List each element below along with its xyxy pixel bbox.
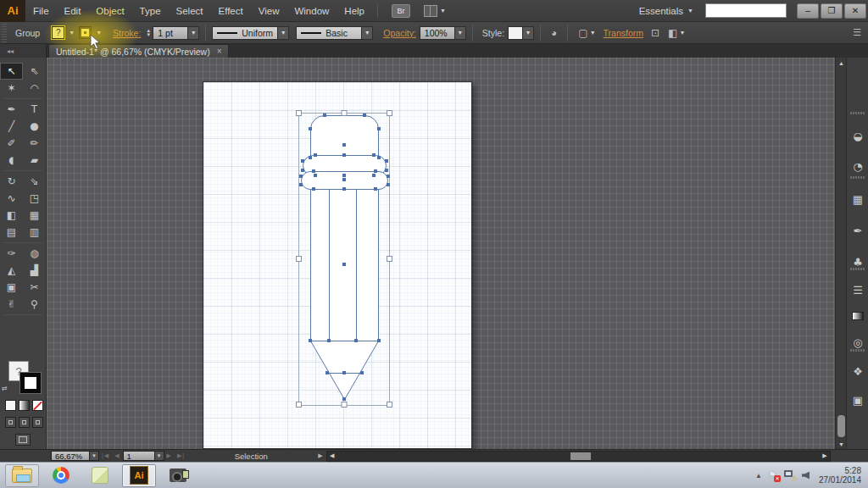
close-button[interactable]: ✕ xyxy=(844,3,866,19)
document-tab[interactable]: Untitled-1* @ 66,67% (CMYK/Preview) × xyxy=(48,44,229,58)
previous-artboard-icon[interactable]: ◀ xyxy=(114,452,120,459)
restore-button[interactable]: ❐ xyxy=(821,3,843,19)
blend-tool[interactable]: ◍ xyxy=(23,245,46,262)
rotate-tool[interactable]: ↻ xyxy=(0,173,23,190)
mesh-tool[interactable]: ▤ xyxy=(0,224,23,241)
pathfinder-icon[interactable]: ◧▼ xyxy=(668,27,685,39)
first-artboard-icon[interactable]: |◀ xyxy=(102,452,109,459)
type-tool[interactable]: T xyxy=(23,101,46,118)
menu-item-select[interactable]: Select xyxy=(169,0,211,22)
draw-normal-button[interactable] xyxy=(5,417,16,428)
blob-brush-tool[interactable]: ◖ xyxy=(0,152,23,169)
selection-tool[interactable]: ↖ xyxy=(0,63,23,80)
scroll-right-icon[interactable]: ▶ xyxy=(820,452,830,461)
menu-item-object[interactable]: Object xyxy=(88,0,131,22)
direct-selection-tool[interactable]: ⇖ xyxy=(23,63,46,80)
stroke-panel-icon[interactable]: ☰ xyxy=(847,280,868,300)
draw-behind-button[interactable] xyxy=(19,417,30,428)
swatches-panel-icon[interactable]: ▦ xyxy=(847,189,868,209)
opacity-dropdown[interactable]: ▼ xyxy=(455,26,466,40)
panel-gripper[interactable] xyxy=(2,24,7,42)
slice-tool[interactable]: ✂ xyxy=(23,279,46,296)
screen-mode-button[interactable] xyxy=(15,434,31,446)
style-swatch[interactable] xyxy=(508,26,523,40)
taskbar-app-chrome[interactable] xyxy=(44,464,78,487)
pencil-tool[interactable]: ✏ xyxy=(23,135,46,152)
scroll-left-icon[interactable]: ◀ xyxy=(327,452,337,461)
pen-tool[interactable]: ✒ xyxy=(0,101,23,118)
network-status-icon[interactable]: ⚠ xyxy=(784,470,796,480)
volume-icon[interactable] xyxy=(802,472,810,480)
gradient-button[interactable] xyxy=(19,400,30,411)
stroke-chip[interactable] xyxy=(20,373,41,393)
menu-item-edit[interactable]: Edit xyxy=(57,0,89,22)
artboard-dropdown[interactable]: ▼ xyxy=(155,451,164,461)
color-guide-panel-icon[interactable]: ◔ xyxy=(847,156,868,176)
color-button[interactable] xyxy=(5,400,16,411)
width-profile-combo[interactable]: Uniform ▼ xyxy=(212,26,289,40)
taskbar-app-file-explorer[interactable] xyxy=(5,464,39,487)
chevron-down-icon[interactable]: ▼ xyxy=(66,30,77,36)
recolor-artwork-icon[interactable]: ◕ xyxy=(551,27,557,39)
next-artboard-icon[interactable]: ▶ xyxy=(167,452,172,459)
select-similar-icon[interactable]: ▢▼ xyxy=(578,27,595,39)
workspace-switcher[interactable]: Essentials ▼ xyxy=(639,6,693,16)
hand-tool[interactable]: ✌ xyxy=(0,296,23,313)
search-input[interactable] xyxy=(705,3,787,18)
brush-definition-combo[interactable]: Basic ▼ xyxy=(296,26,373,40)
opacity-link[interactable]: Opacity: xyxy=(383,28,416,38)
align-icon[interactable]: ⊡ xyxy=(651,27,659,39)
menu-item-help[interactable]: Help xyxy=(337,0,372,22)
gradient-tool[interactable]: ▥ xyxy=(23,224,46,241)
fill-color-swatch[interactable]: ? xyxy=(52,26,64,39)
lasso-tool[interactable]: ◠ xyxy=(23,80,46,97)
magic-wand-tool[interactable]: ✶ xyxy=(0,80,23,97)
chevron-down-icon[interactable]: ▼ xyxy=(362,26,373,40)
symbols-panel-icon[interactable]: ♣ xyxy=(847,252,868,272)
eyedropper-tool[interactable]: ✑ xyxy=(0,245,23,262)
stroke-panel-link[interactable]: Stroke: xyxy=(113,28,141,38)
show-hidden-icons[interactable]: ▲ xyxy=(755,472,762,480)
shape-builder-tool[interactable]: ◧ xyxy=(0,207,23,224)
action-center-icon[interactable]: ⚑✕ xyxy=(768,469,778,481)
color-panel-icon[interactable]: ◒ xyxy=(847,125,868,146)
artboards-panel-icon[interactable]: ▣ xyxy=(847,390,868,410)
menu-item-view[interactable]: View xyxy=(251,0,287,22)
shape-tool[interactable]: ● xyxy=(23,118,46,135)
vertical-scrollbar[interactable]: ▲ ▼ xyxy=(835,58,846,449)
collapse-panels-icon[interactable]: ◂◂ xyxy=(0,44,47,58)
scale-tool[interactable]: ⇘ xyxy=(23,173,46,190)
artboard-number-field[interactable]: 1 xyxy=(123,451,155,461)
zoom-tool[interactable]: ⚲ xyxy=(23,296,46,313)
chevron-down-icon[interactable]: ▼ xyxy=(278,26,289,40)
taskbar-app-notes-app[interactable] xyxy=(83,464,117,487)
line-segment-tool[interactable]: ╱ xyxy=(0,118,23,135)
paintbrush-tool[interactable]: ✐ xyxy=(0,135,23,152)
draw-inside-button[interactable] xyxy=(32,417,43,428)
width-tool[interactable]: ∿ xyxy=(0,190,23,207)
layers-panel-icon[interactable]: ❖ xyxy=(847,361,868,381)
chevron-down-icon[interactable]: ▼ xyxy=(93,30,104,36)
pencil-artwork[interactable] xyxy=(47,58,835,449)
none-button[interactable] xyxy=(32,400,43,411)
vertical-scroll-thumb[interactable] xyxy=(837,415,845,437)
free-transform-tool[interactable]: ◳ xyxy=(23,190,46,207)
bridge-icon[interactable]: Br xyxy=(392,4,410,18)
taskbar-app-illustrator[interactable]: Ai xyxy=(122,464,156,487)
artboard-tool[interactable]: ▣ xyxy=(0,279,23,296)
menu-item-effect[interactable]: Effect xyxy=(211,0,251,22)
swap-fill-stroke-icon[interactable]: ⇄ xyxy=(2,385,10,393)
zoom-level-field[interactable]: 66,67% xyxy=(51,451,90,461)
eraser-tool[interactable]: ▰ xyxy=(23,152,46,169)
taskbar-app-screen-recorder[interactable] xyxy=(161,464,195,487)
transform-link[interactable]: Transform xyxy=(604,28,643,38)
column-graph-tool[interactable]: ▟ xyxy=(23,262,46,279)
stroke-color-swatch[interactable] xyxy=(79,26,92,39)
close-tab-icon[interactable]: × xyxy=(217,47,222,56)
horizontal-scrollbar[interactable]: ◀ ▶ xyxy=(326,451,831,462)
status-menu-icon[interactable]: ▶ xyxy=(318,452,322,459)
menu-item-file[interactable]: File xyxy=(25,0,57,22)
minimize-button[interactable]: – xyxy=(797,3,819,19)
last-artboard-icon[interactable]: ▶| xyxy=(177,452,185,459)
stroke-weight-stepper[interactable]: ▲▼ xyxy=(146,29,151,37)
